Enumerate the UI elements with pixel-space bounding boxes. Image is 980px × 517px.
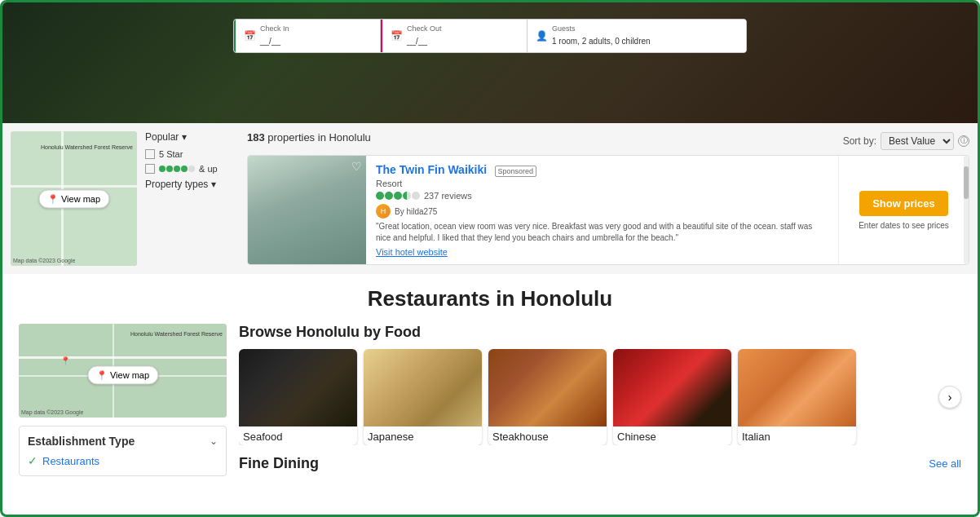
restaurants-main: Browse Honolulu by Food Seafood Japanese… (239, 324, 961, 476)
restaurants-sidebar: Honolulu Watershed Forest Reserve Map da… (19, 324, 227, 476)
reviewer-row: H By hilda275 (376, 204, 828, 219)
sort-select[interactable]: Best Value (881, 132, 954, 150)
filter-5star[interactable]: 5 Star (145, 149, 239, 159)
hotel-card-image: ♡ (248, 156, 366, 264)
rest-map-label: Honolulu Watershed Forest Reserve (130, 330, 223, 338)
establishment-filter-header[interactable]: Establishment Type ⌄ (28, 435, 218, 448)
fine-dining-row: Fine Dining See all (239, 455, 961, 472)
food-cat-image (364, 349, 482, 426)
checkin-value: __/__ (260, 37, 280, 46)
checkmark-icon: ✓ (28, 454, 38, 467)
visit-hotel-link[interactable]: Visit hotel website (376, 247, 828, 257)
sort-label: Sort by: (843, 135, 876, 147)
checkout-label: Check Out (407, 24, 442, 33)
checkin-label: Check In (260, 24, 289, 33)
food-cat-image (613, 349, 731, 426)
filter-up-label: & up (199, 164, 218, 174)
enter-dates-text: Enter dates to see prices (859, 221, 949, 230)
show-prices-button[interactable]: Show prices (859, 191, 948, 216)
restaurants-filter-label[interactable]: Restaurants (42, 455, 99, 467)
restaurants-layout: Honolulu Watershed Forest Reserve Map da… (19, 324, 961, 476)
hotel-map: Honolulu Watershed Forest Reserve Map da… (11, 131, 137, 266)
chevron-down-icon-3: ⌄ (210, 435, 218, 447)
establishment-filter-title: Establishment Type (28, 435, 135, 448)
restaurants-section: Restaurants in Honolulu Honolulu Watersh… (2, 274, 978, 484)
rating-dots (376, 192, 420, 200)
reviewer-avatar: H (376, 204, 391, 219)
hotel-filters-panel: Popular ▾ 5 Star & up Property types ▾ (145, 131, 239, 266)
food-category-italian[interactable]: Italian (738, 349, 856, 445)
hotel-image-bg (248, 156, 366, 264)
hotel-search-bar: 📅 Check In __/__ 📅 Check Out __/__ 👤 Gue… (233, 19, 747, 53)
hotel-type: Resort (376, 179, 828, 188)
restaurants-map: Honolulu Watershed Forest Reserve Map da… (19, 324, 227, 418)
sponsored-badge: Sponsored (495, 166, 537, 177)
rest-map-pin-icon: 📍 (96, 370, 108, 380)
chevron-down-icon-2: ▾ (211, 179, 216, 190)
checkin-field[interactable]: 📅 Check In __/__ (234, 20, 381, 52)
establishment-filter: Establishment Type ⌄ ✓ Restaurants (19, 426, 227, 476)
restaurant-pins: 📍 (60, 352, 70, 367)
filter-rating[interactable]: & up (145, 164, 239, 174)
food-category-chinese[interactable]: Chinese (613, 349, 731, 445)
stars-row (159, 166, 195, 172)
rest-map-credit: Map data ©2023 Google (21, 409, 83, 415)
food-cat-label: Chinese (613, 426, 731, 445)
hotel-results: 183 properties in Honolulu Sort by: Best… (247, 131, 969, 266)
food-categories-container: Seafood Japanese Steakhouse Chinese Ital… (239, 349, 961, 445)
food-categories-next-button[interactable]: › (938, 386, 961, 409)
food-cat-label: Steakhouse (488, 426, 607, 445)
see-all-link[interactable]: See all (929, 457, 961, 470)
food-cat-label: Italian (738, 426, 856, 445)
rest-view-map-button[interactable]: 📍 View map (87, 366, 158, 385)
favorite-button[interactable]: ♡ (351, 160, 362, 173)
food-category-steakhouse[interactable]: Steakhouse (488, 349, 607, 445)
rating-checkbox[interactable] (145, 164, 155, 174)
hotel-listing-section: Honolulu Watershed Forest Reserve Map da… (2, 123, 978, 274)
chevron-down-icon: ▾ (182, 131, 187, 143)
hotel-header: 📅 Check In __/__ 📅 Check Out __/__ 👤 Gue… (2, 2, 978, 123)
guests-label: Guests (552, 24, 651, 33)
map-credit: Map data ©2023 Google (13, 258, 75, 263)
restaurants-filter-item[interactable]: ✓ Restaurants (28, 454, 218, 467)
food-cat-image (738, 349, 856, 426)
food-cat-image (239, 349, 357, 426)
hotel-card: ♡ The Twin Fin Waikiki Sponsored Resort (247, 155, 969, 265)
info-icon[interactable]: ⓘ (958, 135, 969, 147)
calendar-icon: 📅 (244, 30, 256, 42)
review-text: "Great location, ocean view room was ver… (376, 221, 828, 244)
property-types-button[interactable]: Property types ▾ (145, 179, 239, 190)
calendar-icon-2: 📅 (391, 30, 403, 42)
reviews-count: 237 reviews (424, 191, 472, 201)
view-map-button[interactable]: 📍View map (38, 189, 109, 208)
guests-icon: 👤 (536, 30, 548, 42)
5star-label: 5 Star (159, 149, 183, 159)
browse-title: Browse Honolulu by Food (239, 324, 961, 341)
pin-icon: 📍 (60, 356, 70, 365)
map-label: Honolulu Watershed Forest Reserve (41, 144, 133, 151)
popular-filter[interactable]: Popular ▾ (145, 131, 239, 143)
restaurants-title: Restaurants in Honolulu (19, 286, 961, 312)
hotel-name-row: The Twin Fin Waikiki Sponsored (376, 162, 828, 177)
fine-dining-title: Fine Dining (239, 455, 319, 472)
checkout-field[interactable]: 📅 Check Out __/__ (381, 20, 528, 52)
hotel-name[interactable]: The Twin Fin Waikiki (376, 163, 487, 176)
rating-row: 237 reviews (376, 191, 828, 201)
map-pin-icon: 📍 (47, 193, 59, 203)
hotel-card-body: The Twin Fin Waikiki Sponsored Resort 23… (366, 156, 838, 264)
5star-checkbox[interactable] (145, 149, 155, 159)
reviewer-name: By hilda275 (395, 207, 437, 216)
hotel-card-actions: Show prices Enter dates to see prices (838, 156, 969, 264)
properties-count: 183 properties in Honolulu (247, 131, 371, 144)
food-categories: Seafood Japanese Steakhouse Chinese Ital… (239, 349, 961, 445)
results-header: 183 properties in Honolulu Sort by: Best… (247, 131, 969, 150)
checkout-value: __/__ (407, 37, 427, 46)
guests-value: 1 room, 2 adults, 0 children (552, 37, 651, 46)
food-cat-image (488, 349, 607, 426)
food-category-seafood[interactable]: Seafood (239, 349, 357, 445)
food-category-japanese[interactable]: Japanese (364, 349, 482, 445)
scrollbar[interactable] (964, 156, 969, 264)
sort-by: Sort by: Best Value ⓘ (843, 132, 969, 150)
guests-field[interactable]: 👤 Guests 1 room, 2 adults, 0 children (528, 20, 746, 52)
food-cat-label: Seafood (239, 426, 357, 445)
